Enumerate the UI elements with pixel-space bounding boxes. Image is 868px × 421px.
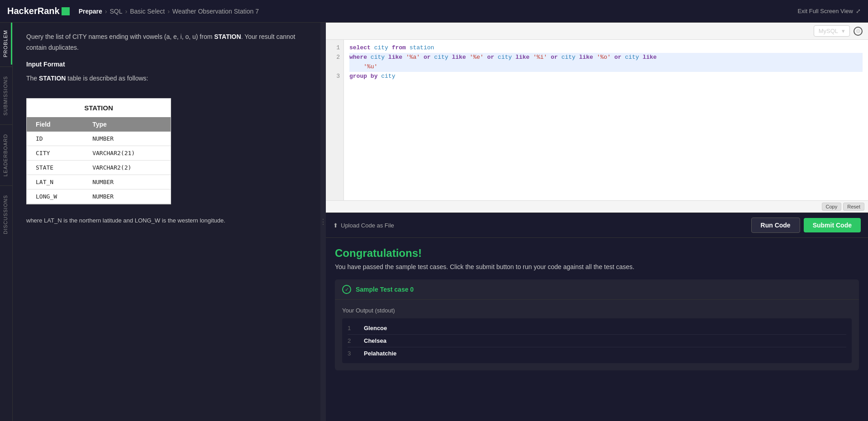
- upload-icon: ⬆: [333, 222, 338, 229]
- station-table-title: STATION: [27, 99, 171, 117]
- upload-code-link[interactable]: ⬆ Upload Code as File: [333, 222, 394, 229]
- code-content[interactable]: select city from station where city like…: [344, 40, 868, 200]
- upload-label: Upload Code as File: [341, 222, 394, 229]
- breadcrumb-sep-1: ›: [105, 8, 107, 15]
- exit-fullscreen-icon: ⤢: [856, 8, 861, 14]
- breadcrumb-sql[interactable]: SQL: [110, 8, 122, 15]
- row-number: 1: [348, 325, 357, 331]
- breadcrumb-prepare[interactable]: Prepare: [79, 8, 102, 15]
- table-cell: LAT_N: [27, 175, 83, 189]
- table-cell: ID: [27, 132, 83, 146]
- row-number: 3: [348, 350, 357, 357]
- output-list: 1Glencoe2Chelsea3Pelahatchie: [342, 318, 852, 363]
- row-value: Pelahatchie: [364, 350, 396, 357]
- station-ref: The STATION table is described as follow…: [26, 73, 307, 84]
- sidebar-tab-submissions[interactable]: Submissions: [0, 69, 12, 123]
- breadcrumb-current: Weather Observation Station 7: [172, 8, 259, 15]
- code-line-3: group by city: [349, 72, 863, 81]
- resize-handle[interactable]: [320, 23, 326, 421]
- code-line-2: where city like '%a' or city like '%e' o…: [349, 53, 863, 62]
- chevron-down-icon: ▾: [842, 28, 845, 34]
- editor-toolbar: MySQL ▾ ⚙: [326, 23, 868, 40]
- problem-panel: Query the list of CITY names ending with…: [13, 23, 320, 421]
- line-numbers: 1 2 3: [326, 40, 344, 200]
- editor-footer: Copy Reset: [326, 200, 868, 213]
- congratulations-sub: You have passed the sample test cases. C…: [335, 263, 859, 270]
- table-cell: NUMBER: [83, 189, 171, 204]
- sidebar-tab-problem[interactable]: Problem: [0, 23, 12, 65]
- logo: HackerRank: [7, 6, 70, 16]
- submit-code-button[interactable]: Submit Code: [804, 218, 861, 232]
- copy-button[interactable]: Copy: [822, 203, 842, 211]
- breadcrumb-basic-select[interactable]: Basic Select: [130, 8, 165, 15]
- left-sidebar: Problem Submissions Leaderboard Discussi…: [0, 23, 13, 421]
- table-cell: VARCHAR2(2): [83, 161, 171, 175]
- language-label: MySQL: [819, 28, 838, 34]
- input-format-title: Input Format: [26, 61, 307, 68]
- logo-box: [62, 7, 70, 15]
- exit-fullscreen-button[interactable]: Exit Full Screen View ⤢: [797, 8, 861, 14]
- line-num-3: 3: [326, 72, 343, 81]
- action-bar: ⬆ Upload Code as File Run Code Submit Co…: [326, 213, 868, 238]
- table-row: STATEVARCHAR2(2): [27, 161, 171, 175]
- table-header-field: Field: [27, 117, 83, 132]
- table-row: LONG_WNUMBER: [27, 189, 171, 204]
- station-table: Field Type IDNUMBERCITYVARCHAR2(21)STATE…: [27, 117, 171, 204]
- table-header-row: Field Type: [27, 117, 171, 132]
- editor-panel: MySQL ▾ ⚙ 1 2 3 select city from station…: [326, 23, 868, 421]
- output-label: Your Output (stdout): [342, 307, 852, 314]
- output-row: 1Glencoe: [348, 322, 846, 335]
- breadcrumb-sep-2: ›: [125, 8, 127, 15]
- output-section: Your Output (stdout) 1Glencoe2Chelsea3Pe…: [342, 307, 852, 363]
- test-case-card: ✓ Sample Test case 0 Your Output (stdout…: [335, 279, 859, 370]
- table-row: IDNUMBER: [27, 132, 171, 146]
- sidebar-tab-leaderboard[interactable]: Leaderboard: [0, 127, 12, 184]
- row-value: Glencoe: [364, 325, 387, 331]
- sidebar-divider-2: [0, 124, 12, 125]
- output-row: 3Pelahatchie: [348, 347, 846, 360]
- check-circle-icon: ✓: [342, 285, 351, 294]
- station-table-body: IDNUMBERCITYVARCHAR2(21)STATEVARCHAR2(2)…: [27, 132, 171, 204]
- table-cell: NUMBER: [83, 175, 171, 189]
- table-row: LAT_NNUMBER: [27, 175, 171, 189]
- line-num-1: 1: [326, 43, 343, 53]
- station-table-wrapper: STATION Field Type IDNUMBERCITYVARCHAR2(…: [26, 98, 171, 204]
- exit-fullscreen-label: Exit Full Screen View: [797, 8, 853, 14]
- line-num-2b: [326, 62, 343, 72]
- table-header-type: Type: [83, 117, 171, 132]
- table-cell: CITY: [27, 146, 83, 161]
- test-case-header[interactable]: ✓ Sample Test case 0: [335, 279, 859, 300]
- code-editor-container: MySQL ▾ ⚙ 1 2 3 select city from station…: [326, 23, 868, 213]
- language-selector[interactable]: MySQL ▾: [814, 25, 850, 37]
- sidebar-divider-1: [0, 66, 12, 67]
- test-case-title: Sample Test case 0: [356, 286, 414, 293]
- row-value: Chelsea: [364, 337, 386, 344]
- sidebar-tab-discussions[interactable]: Discussions: [0, 188, 12, 241]
- main-content: Problem Submissions Leaderboard Discussi…: [0, 23, 868, 421]
- table-cell: NUMBER: [83, 132, 171, 146]
- breadcrumb-sep-3: ›: [167, 8, 170, 15]
- output-row: 2Chelsea: [348, 335, 846, 347]
- code-line-1: select city from station: [349, 43, 863, 53]
- code-line-2b: '%u': [349, 62, 863, 72]
- line-num-2: 2: [326, 53, 343, 62]
- row-number: 2: [348, 337, 357, 344]
- reset-button[interactable]: Reset: [843, 203, 864, 211]
- test-case-body: Your Output (stdout) 1Glencoe2Chelsea3Pe…: [335, 300, 859, 370]
- top-nav: HackerRank Prepare › SQL › Basic Select …: [0, 0, 868, 23]
- table-row: CITYVARCHAR2(21): [27, 146, 171, 161]
- settings-icon[interactable]: ⚙: [854, 27, 863, 36]
- table-cell: STATE: [27, 161, 83, 175]
- logo-text: HackerRank: [7, 6, 60, 16]
- results-panel: Congratulations! You have passed the sam…: [326, 238, 868, 421]
- congratulations-title: Congratulations!: [335, 247, 859, 260]
- sidebar-divider-3: [0, 185, 12, 186]
- code-area[interactable]: 1 2 3 select city from station where cit…: [326, 40, 868, 200]
- breadcrumb: Prepare › SQL › Basic Select › Weather O…: [79, 8, 259, 15]
- problem-note: where LAT_N is the northern latitude and…: [26, 217, 307, 224]
- problem-description: Query the list of CITY names ending with…: [26, 32, 307, 53]
- run-code-button[interactable]: Run Code: [751, 218, 800, 233]
- table-cell: LONG_W: [27, 189, 83, 204]
- table-cell: VARCHAR2(21): [83, 146, 171, 161]
